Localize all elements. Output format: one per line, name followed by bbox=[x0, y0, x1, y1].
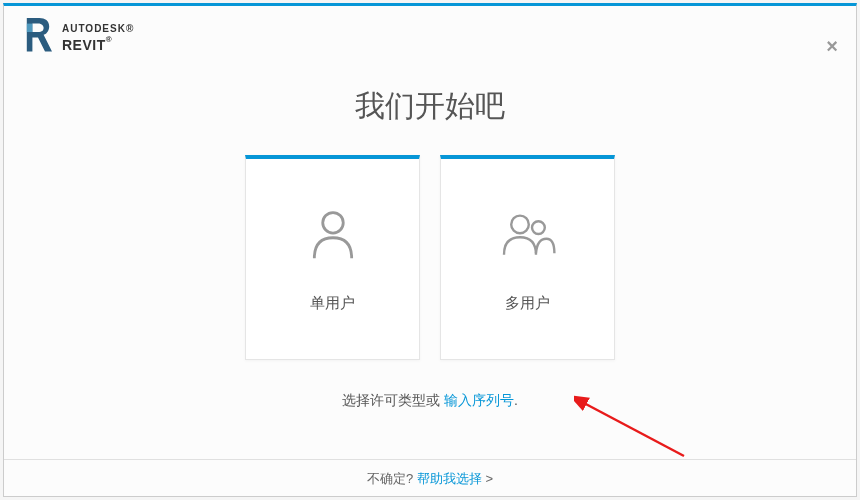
dialog-window: AUTODESK® REVIT® × 我们开始吧 单用户 bbox=[3, 3, 857, 497]
close-button[interactable]: × bbox=[826, 36, 838, 56]
hint-suffix: . bbox=[514, 392, 518, 408]
single-user-label: 单用户 bbox=[310, 294, 355, 313]
license-cards: 单用户 多用户 bbox=[245, 155, 615, 360]
main-content: 我们开始吧 单用户 多用户 选择许可类型或 输入序列号. bbox=[4, 61, 856, 459]
footer-prefix: 不确定? bbox=[367, 471, 417, 486]
hint-prefix: 选择许可类型或 bbox=[342, 392, 444, 408]
single-user-icon bbox=[305, 206, 361, 262]
help-choose-link[interactable]: 帮助我选择 bbox=[417, 471, 482, 486]
footer-suffix: > bbox=[482, 471, 493, 486]
brand-name: AUTODESK® bbox=[62, 18, 134, 36]
single-user-card[interactable]: 单用户 bbox=[245, 155, 420, 360]
multi-user-card[interactable]: 多用户 bbox=[440, 155, 615, 360]
multi-user-icon bbox=[500, 206, 556, 262]
footer: 不确定? 帮助我选择 > bbox=[4, 459, 856, 496]
header: AUTODESK® REVIT® × bbox=[4, 6, 856, 61]
hint-text: 选择许可类型或 输入序列号. bbox=[342, 392, 518, 410]
enter-serial-link[interactable]: 输入序列号 bbox=[444, 392, 514, 408]
svg-point-2 bbox=[532, 221, 545, 234]
svg-point-0 bbox=[322, 212, 343, 233]
logo-text: AUTODESK® REVIT® bbox=[62, 18, 134, 53]
page-title: 我们开始吧 bbox=[355, 86, 505, 127]
revit-logo-icon bbox=[24, 18, 52, 53]
svg-point-1 bbox=[511, 215, 529, 233]
logo: AUTODESK® REVIT® bbox=[24, 18, 134, 53]
product-name: REVIT® bbox=[62, 36, 134, 54]
multi-user-label: 多用户 bbox=[505, 294, 550, 313]
